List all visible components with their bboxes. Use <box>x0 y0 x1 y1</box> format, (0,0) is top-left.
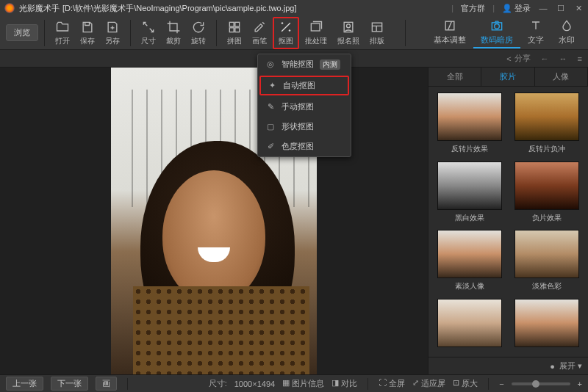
filter-grid: 反转片效果反转片负冲黑白效果负片效果素淡人像淡雅色彩 <box>429 87 588 357</box>
save-as-button[interactable]: 另存 <box>101 18 124 48</box>
resize-icon <box>141 20 156 35</box>
open-button[interactable]: 打开 <box>51 18 74 48</box>
filter-preview <box>514 161 579 210</box>
dimensions-label: 尺寸: <box>209 378 227 389</box>
filter-label: 黑白效果 <box>455 213 484 223</box>
photo-face <box>162 170 265 302</box>
close-button[interactable]: ✕ <box>573 3 584 13</box>
size-button[interactable]: 尺寸 <box>137 18 160 48</box>
right-panel-footer: ● 展开 ▾ <box>429 357 588 374</box>
filter-thumb[interactable] <box>512 299 583 352</box>
login-link[interactable]: 👤 登录 <box>502 3 531 14</box>
separator <box>44 20 45 46</box>
svg-point-6 <box>347 23 351 27</box>
dropdown-item-shape-cutout[interactable]: ▢ 形状抠图 <box>258 117 351 137</box>
layout-button[interactable]: 排版 <box>365 18 389 48</box>
tab-text[interactable]: 文字 <box>520 17 551 48</box>
album-button[interactable]: 画 <box>96 377 117 391</box>
share-button[interactable]: < 分享 <box>506 53 530 64</box>
eyedropper-icon: ✐ <box>265 142 276 152</box>
minimize-button[interactable]: — <box>538 3 548 13</box>
svg-rect-2 <box>229 27 234 32</box>
save-icon <box>80 20 95 35</box>
filter-thumb[interactable] <box>434 299 505 352</box>
text-icon <box>528 18 543 33</box>
sliders-icon <box>442 18 457 33</box>
separator <box>368 378 368 390</box>
filter-label: 反转片效果 <box>451 144 488 154</box>
filter-thumb[interactable]: 反转片负冲 <box>512 92 583 156</box>
filter-thumb[interactable]: 黑白效果 <box>434 161 505 225</box>
undo-button[interactable]: ← <box>541 54 549 63</box>
rotate-icon <box>191 20 206 35</box>
zoom-in-button[interactable]: + <box>578 380 582 388</box>
separator <box>127 378 128 390</box>
batch-button[interactable]: 批处理 <box>301 18 331 48</box>
expand-button[interactable]: 展开 ▾ <box>559 360 582 371</box>
tab-basic-adjust[interactable]: 基本调整 <box>426 17 473 48</box>
filter-tab-all[interactable]: 全部 <box>429 68 481 86</box>
beta-badge: 内测 <box>320 59 340 70</box>
separator <box>216 20 217 46</box>
shape-icon: ▢ <box>265 122 276 132</box>
right-panel: 全部 胶片 人像 反转片效果反转片负冲黑白效果负片效果素淡人像淡雅色彩 ● 展开… <box>428 68 588 374</box>
pipe-icon: | <box>451 4 453 12</box>
app-name: 光影魔术手 <box>19 3 60 14</box>
collage-button[interactable]: 拼图 <box>223 18 246 48</box>
pencil-icon: ✎ <box>265 102 276 112</box>
main-toolbar: 浏览 打开 保存 另存 尺寸 裁剪 旋转 拼图 画笔 抠图 批处理 <box>0 16 588 50</box>
dropdown-item-manual-cutout[interactable]: ✎ 手动抠图 <box>258 97 351 117</box>
image-canvas[interactable] <box>0 68 428 374</box>
image-info-button[interactable]: ▦ 图片信息 <box>282 378 324 389</box>
filter-thumb[interactable]: 素淡人像 <box>434 230 505 293</box>
filter-thumb[interactable]: 负片效果 <box>512 161 583 225</box>
filter-preview <box>437 299 502 347</box>
dropdown-item-smart-cutout[interactable]: ◎ 智能抠图 内测 <box>258 54 351 74</box>
rotate-button[interactable]: 旋转 <box>187 18 210 48</box>
zoom-out-button[interactable]: − <box>499 380 503 388</box>
id-photo-icon <box>341 20 356 35</box>
file-path: [D:\软件\光影魔术手\NeoImaging\Program\pic\samp… <box>62 3 297 14</box>
title-bar: 光影魔术手 [D:\软件\光影魔术手\NeoImaging\Program\pi… <box>0 0 588 16</box>
cutout-dropdown: ◎ 智能抠图 内测 ✦ 自动抠图 ✎ 手动抠图 ▢ 形状抠图 ✐ 色度抠图 <box>257 54 351 157</box>
brush-button[interactable]: 画笔 <box>248 18 271 48</box>
history-button[interactable]: ≡ <box>578 54 582 63</box>
actual-size-button[interactable]: ⊡ 原大 <box>453 378 478 389</box>
tab-digital-darkroom[interactable]: 数码暗房 <box>473 17 520 48</box>
fullscreen-button[interactable]: ⛶ 全屏 <box>379 378 405 389</box>
dropdown-item-auto-cutout[interactable]: ✦ 自动抠图 <box>259 76 349 95</box>
official-group-link[interactable]: 官方群 <box>461 3 485 14</box>
tab-watermark[interactable]: 水印 <box>551 17 582 48</box>
fit-screen-button[interactable]: ⤢ 适应屏 <box>412 378 445 389</box>
browse-button[interactable]: 浏览 <box>6 24 38 41</box>
app-icon <box>4 3 15 13</box>
next-image-button[interactable]: 下一张 <box>51 377 88 391</box>
dropdown-item-color-cutout[interactable]: ✐ 色度抠图 <box>258 137 351 156</box>
maximize-button[interactable]: ☐ <box>556 3 566 13</box>
redo-button[interactable]: ↔ <box>559 54 567 63</box>
filter-tab-film[interactable]: 胶片 <box>481 68 534 86</box>
save-button[interactable]: 保存 <box>76 18 99 48</box>
folder-open-icon <box>55 20 70 35</box>
filter-thumb[interactable]: 淡雅色彩 <box>512 230 583 293</box>
filter-thumb[interactable]: 反转片效果 <box>434 92 505 156</box>
brush-icon <box>252 20 267 35</box>
prev-image-button[interactable]: 上一张 <box>6 377 43 391</box>
filter-tabs: 全部 胶片 人像 <box>429 68 588 87</box>
report-photo-button[interactable]: 报名照 <box>333 18 364 48</box>
cutout-button[interactable]: 抠图 <box>273 17 299 49</box>
separator <box>405 20 406 46</box>
compare-button[interactable]: ◨ 对比 <box>331 378 357 389</box>
svg-rect-0 <box>229 22 234 26</box>
grid-icon <box>227 20 242 35</box>
filter-preview <box>437 161 502 210</box>
zoom-slider[interactable] <box>512 382 570 385</box>
target-icon: ◎ <box>265 59 276 70</box>
right-tabs: 基本调整 数码暗房 文字 水印 <box>426 17 582 48</box>
wand-icon: ✦ <box>267 81 277 91</box>
filter-tab-portrait[interactable]: 人像 <box>535 68 588 86</box>
status-bar: 上一张 下一张 画 尺寸: 1000×1494 ▦ 图片信息 ◨ 对比 ⛶ 全屏… <box>0 374 588 392</box>
crop-button[interactable]: 裁剪 <box>162 18 185 48</box>
crop-icon <box>166 20 181 35</box>
filter-label: 负片效果 <box>532 213 562 223</box>
